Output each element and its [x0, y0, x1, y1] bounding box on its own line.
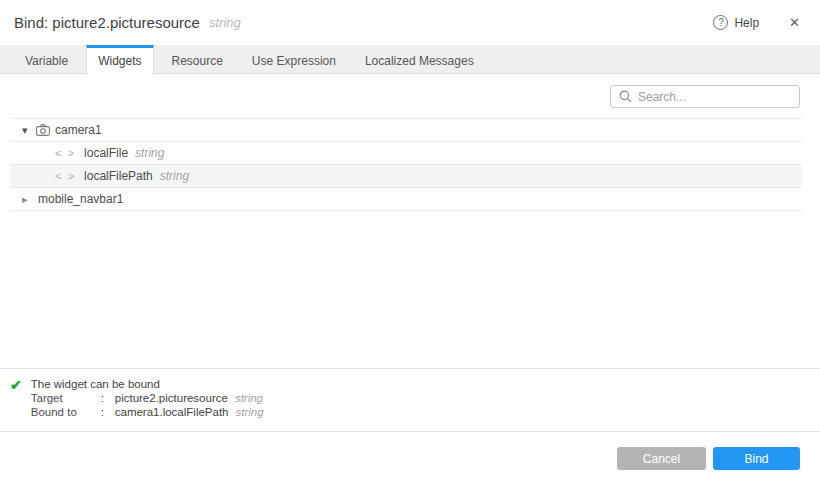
dialog-title: Bind: picture2.picturesource: [14, 14, 200, 31]
tree-node-type: string: [160, 169, 189, 183]
dialog-footer: Cancel Bind: [0, 432, 820, 485]
status-label: Bound to: [31, 405, 101, 419]
tree-node-label: camera1: [55, 123, 102, 137]
status-boundto-row: Bound to : camera1.localFilePath string: [31, 405, 264, 419]
search-box[interactable]: [610, 85, 800, 108]
widget-tree: ▾ camera1 < > localFile string < > local…: [10, 118, 802, 211]
bind-button[interactable]: Bind: [713, 447, 800, 470]
close-icon[interactable]: ✕: [789, 15, 800, 30]
status-message: The widget can be bound: [31, 377, 264, 391]
status-separator: :: [101, 391, 115, 405]
search-toolbar: [0, 74, 820, 118]
status-value: camera1.localFilePath: [115, 405, 229, 419]
dialog-header: Bind: picture2.picturesource string ? He…: [0, 0, 820, 45]
check-icon: ✔: [10, 377, 22, 431]
status-value-type: string: [236, 405, 264, 419]
tab-resource[interactable]: Resource: [161, 45, 234, 73]
status-label: Target: [31, 391, 101, 405]
tab-use-expression[interactable]: Use Expression: [241, 45, 347, 73]
tree-node-type: string: [135, 146, 164, 160]
content-spacer: [0, 211, 820, 368]
tree-node-label: localFile: [84, 146, 128, 160]
code-icon: < >: [55, 147, 76, 159]
status-separator: :: [101, 405, 115, 419]
status-target-row: Target : picture2.picturesource string: [31, 391, 264, 405]
caret-down-icon[interactable]: ▾: [22, 124, 34, 137]
help-link[interactable]: ? Help: [713, 15, 759, 30]
tree-row-localfile[interactable]: < > localFile string: [10, 142, 802, 165]
caret-right-icon[interactable]: ▸: [22, 193, 34, 206]
tree-row-mobile-navbar1[interactable]: ▸ mobile_navbar1: [10, 188, 802, 211]
question-circle-icon: ?: [713, 15, 728, 30]
dialog-title-type: string: [209, 15, 241, 30]
status-value: picture2.picturesource: [115, 391, 228, 405]
help-label: Help: [734, 16, 759, 30]
tree-row-camera1[interactable]: ▾ camera1: [10, 119, 802, 142]
search-icon: [619, 90, 632, 103]
code-icon: < >: [55, 170, 76, 182]
tree-row-localfilepath[interactable]: < > localFilePath string: [10, 165, 802, 188]
binding-status-panel: ✔ The widget can be bound Target : pictu…: [0, 368, 820, 432]
tree-node-label: localFilePath: [84, 169, 153, 183]
tree-node-label: mobile_navbar1: [38, 192, 123, 206]
tab-variable[interactable]: Variable: [14, 45, 79, 73]
tab-localized-messages[interactable]: Localized Messages: [354, 45, 485, 73]
status-value-type: string: [235, 391, 263, 405]
cancel-button[interactable]: Cancel: [617, 447, 706, 470]
tab-widgets[interactable]: Widgets: [86, 45, 153, 74]
camera-icon: [36, 124, 50, 136]
search-input[interactable]: [638, 90, 793, 104]
tab-bar: Variable Widgets Resource Use Expression…: [0, 45, 820, 74]
